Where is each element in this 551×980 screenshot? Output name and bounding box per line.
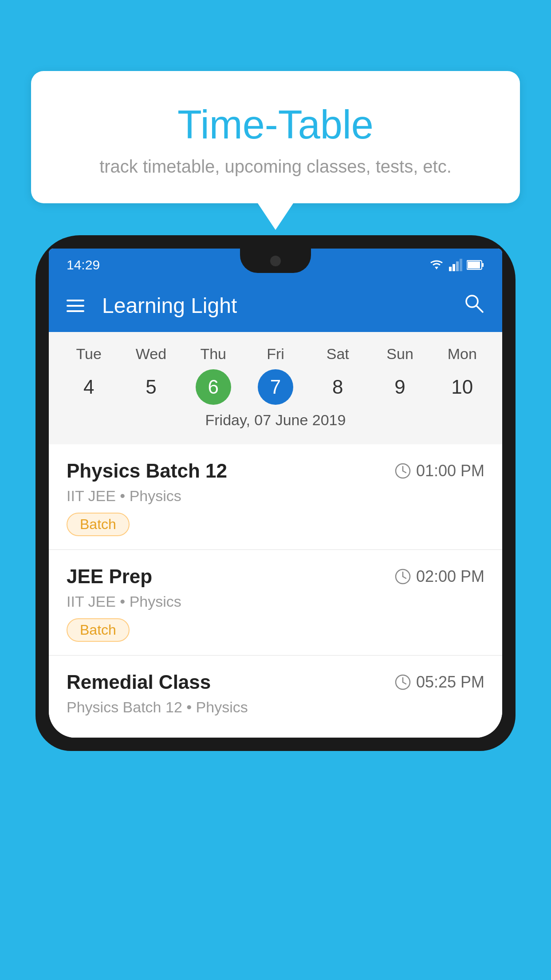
app-bar: Learning Light: [49, 279, 502, 332]
clock-icon-1: [395, 463, 411, 479]
item-2-title: JEE Prep: [67, 565, 152, 588]
speech-bubble: Time-Table track timetable, upcoming cla…: [31, 71, 520, 203]
day-numbers: 4 5 6 7 8 9 10: [53, 367, 498, 407]
schedule-item-2[interactable]: JEE Prep 02:00 PM IIT JEE • Physics Batc…: [49, 550, 502, 656]
svg-line-12: [403, 471, 406, 473]
schedule-list: Physics Batch 12 01:00 PM IIT JEE • Phys…: [49, 444, 502, 738]
search-icon[interactable]: [463, 292, 484, 319]
phone-notch: [240, 249, 311, 273]
svg-line-15: [403, 577, 406, 578]
svg-marker-0: [435, 267, 438, 269]
day-mon[interactable]: Mon: [431, 341, 493, 367]
date-6-today[interactable]: 6: [196, 369, 231, 405]
item-1-badge: Batch: [67, 513, 130, 536]
day-thu[interactable]: Thu: [182, 341, 244, 367]
item-1-meta: IIT JEE • Physics: [67, 487, 484, 505]
item-3-title: Remedial Class: [67, 671, 211, 693]
item-2-badge: Batch: [67, 618, 130, 642]
day-names: Tue Wed Thu Fri Sat Sun Mon: [53, 341, 498, 367]
day-sat[interactable]: Sat: [307, 341, 369, 367]
app-bar-title: Learning Light: [102, 293, 463, 318]
status-icons: [429, 259, 484, 271]
status-time: 14:29: [67, 257, 100, 273]
item-2-time: 02:00 PM: [395, 567, 484, 586]
item-3-meta: Physics Batch 12 • Physics: [67, 699, 484, 716]
signal-icon: [449, 259, 462, 271]
intro-section: Time-Table track timetable, upcoming cla…: [31, 71, 520, 230]
svg-rect-7: [468, 261, 480, 269]
item-3-header: Remedial Class 05:25 PM: [67, 671, 484, 693]
svg-line-9: [476, 306, 483, 312]
phone-mockup: 14:29: [35, 235, 516, 980]
bubble-subtitle: track timetable, upcoming classes, tests…: [67, 157, 484, 177]
camera-dot: [270, 256, 281, 266]
item-1-title: Physics Batch 12: [67, 460, 227, 482]
selected-date-label: Friday, 07 June 2019: [53, 407, 498, 435]
battery-icon: [467, 260, 484, 270]
svg-rect-4: [460, 259, 462, 271]
date-10[interactable]: 10: [445, 369, 480, 405]
day-sun[interactable]: Sun: [369, 341, 431, 367]
date-8[interactable]: 8: [320, 369, 355, 405]
wifi-icon: [429, 259, 445, 271]
svg-rect-1: [449, 267, 452, 271]
day-wed[interactable]: Wed: [120, 341, 182, 367]
svg-line-18: [403, 682, 406, 684]
svg-rect-2: [453, 264, 455, 271]
calendar-strip: Tue Wed Thu Fri Sat Sun Mon 4 5 6 7 8 9 …: [49, 332, 502, 444]
item-3-time: 05:25 PM: [395, 673, 484, 692]
date-4[interactable]: 4: [71, 369, 106, 405]
date-9[interactable]: 9: [382, 369, 418, 405]
date-5[interactable]: 5: [133, 369, 169, 405]
phone-outer: 14:29: [35, 235, 516, 751]
hamburger-icon[interactable]: [67, 300, 84, 312]
date-7-selected[interactable]: 7: [258, 369, 293, 405]
clock-icon-3: [395, 674, 411, 690]
bubble-tail: [258, 203, 293, 230]
svg-rect-3: [456, 261, 459, 271]
item-1-time: 01:00 PM: [395, 462, 484, 480]
item-1-header: Physics Batch 12 01:00 PM: [67, 460, 484, 482]
item-2-meta: IIT JEE • Physics: [67, 593, 484, 610]
schedule-item-1[interactable]: Physics Batch 12 01:00 PM IIT JEE • Phys…: [49, 444, 502, 550]
bubble-title: Time-Table: [67, 102, 484, 148]
day-tue[interactable]: Tue: [58, 341, 120, 367]
svg-rect-6: [482, 263, 484, 267]
item-2-header: JEE Prep 02:00 PM: [67, 565, 484, 588]
day-fri[interactable]: Fri: [244, 341, 307, 367]
phone-screen: 14:29: [49, 249, 502, 738]
schedule-item-3[interactable]: Remedial Class 05:25 PM Physics Batch 12…: [49, 656, 502, 738]
clock-icon-2: [395, 569, 411, 585]
